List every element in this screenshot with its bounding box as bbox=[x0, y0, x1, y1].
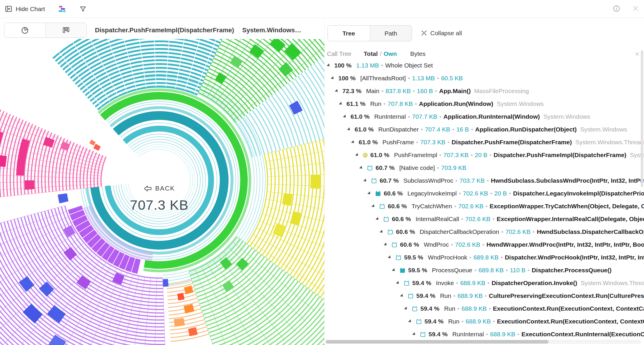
bars-view-button[interactable] bbox=[45, 23, 87, 38]
hide-chart-button[interactable]: Hide Chart bbox=[5, 5, 45, 13]
row-separator: • bbox=[493, 216, 495, 223]
row-method: HwndWrapper.WndProc(IntPtr, Int32, IntPt… bbox=[486, 241, 644, 248]
tree-row[interactable]: 60.7 %[Native code]•703.9 KB bbox=[325, 161, 644, 174]
tree-row[interactable]: 100 %1.13 MB•Whole Object Set bbox=[325, 59, 644, 72]
row-percent: 61.0 % bbox=[355, 126, 374, 133]
row-name: [Native code] bbox=[399, 164, 435, 171]
expand-arrow[interactable] bbox=[408, 319, 412, 323]
row-separator: • bbox=[456, 280, 458, 287]
row-size: 688.9 KB bbox=[466, 318, 491, 325]
row-percent: 100 % bbox=[338, 75, 356, 82]
expand-arrow[interactable] bbox=[392, 268, 396, 272]
tree-row[interactable]: 61.1 %Run•707.8 KB•Application.Run(Windo… bbox=[325, 97, 644, 110]
tab-path[interactable]: Path bbox=[370, 26, 412, 41]
row-separator: • bbox=[381, 62, 383, 69]
expand-arrow[interactable] bbox=[384, 243, 388, 247]
tree-row[interactable]: 60.6 %TryCatchWhen•702.6 KB•ExceptionWra… bbox=[325, 200, 644, 213]
back-button[interactable]: BACK bbox=[144, 185, 175, 192]
expand-arrow[interactable] bbox=[335, 89, 339, 93]
row-namespace: System.Windows bbox=[497, 100, 544, 107]
expand-arrow[interactable] bbox=[347, 127, 351, 131]
sunburst-view-button[interactable] bbox=[4, 23, 45, 38]
tree-row[interactable]: 60.6 %InternalRealCall•702.6 KB•Exceptio… bbox=[325, 213, 644, 225]
row-size: 837.8 KB bbox=[385, 88, 411, 95]
filter-icon[interactable] bbox=[79, 5, 87, 13]
expand-arrow[interactable] bbox=[404, 307, 408, 311]
row-method: HwndSubclass.DispatcherCallbackOperation… bbox=[537, 228, 644, 235]
row-separator: • bbox=[493, 318, 495, 325]
tree-row[interactable]: 72.3 %Main•837.8 KB•160 B•App.Main()Mass… bbox=[325, 85, 644, 97]
tree-row[interactable]: 59.4 %Run•688.9 KB•ExecutionContext.Run(… bbox=[325, 302, 644, 315]
tree-row[interactable]: 59.4 %Invoke•688.9 KB•DispatcherOperatio… bbox=[325, 277, 644, 289]
expand-arrow[interactable] bbox=[351, 140, 355, 144]
tree-row[interactable]: 59.4 %Run•688.9 KB•CulturePreservingExec… bbox=[325, 289, 644, 302]
chart-title: Dispatcher.PushFrameImpl(DispatcherFrame… bbox=[95, 26, 301, 34]
tree-row[interactable]: 60.6 %LegacyInvokeImpl•702.6 KB•20 B•Dis… bbox=[325, 187, 644, 200]
row-percent: 60.6 % bbox=[400, 241, 419, 248]
expand-arrow[interactable] bbox=[400, 294, 404, 298]
row-name: Main bbox=[366, 88, 379, 95]
column-own[interactable]: Own bbox=[383, 50, 397, 57]
tree-row[interactable]: 60.7 %SubclassWndProc•703.7 KB•HwndSubcl… bbox=[325, 174, 644, 187]
row-separator: • bbox=[451, 241, 453, 248]
tree-row[interactable]: 61.0 %PushFrameImpl•707.3 KB•20 B•Dispat… bbox=[325, 149, 644, 161]
horizontal-scrollbar[interactable] bbox=[325, 340, 641, 344]
column-total[interactable]: Total bbox=[364, 50, 378, 57]
expand-arrow[interactable] bbox=[343, 115, 347, 119]
row-separator: • bbox=[489, 305, 491, 312]
row-separator: • bbox=[453, 292, 455, 299]
expand-arrow[interactable] bbox=[412, 332, 416, 336]
row-separator: • bbox=[501, 254, 503, 261]
expand-arrow[interactable] bbox=[355, 153, 359, 157]
tree-row[interactable]: 59.4 %RunInternal•688.9 KB•ExecutionCont… bbox=[325, 328, 644, 339]
vertical-scrollbar-thumb[interactable] bbox=[641, 50, 643, 187]
tree-row[interactable]: 100 %[AllThreadsRoot]•1.13 MB•60.5 KB bbox=[325, 72, 644, 85]
row-method: HwndSubclass.SubclassWndProc(IntPtr, Int… bbox=[491, 177, 644, 184]
row-name: RunInternal bbox=[452, 331, 484, 338]
row-method: CulturePreservingExecutionContext.Run(Cu… bbox=[489, 292, 644, 299]
expand-arrow[interactable] bbox=[359, 166, 363, 170]
expand-arrow[interactable] bbox=[327, 63, 331, 67]
expand-arrow[interactable] bbox=[339, 102, 343, 106]
expand-arrow[interactable] bbox=[371, 204, 376, 208]
info-icon[interactable] bbox=[613, 5, 620, 13]
row-method: ExceptionWrapper.InternalRealCall(Delega… bbox=[497, 216, 644, 223]
tab-tree[interactable]: Tree bbox=[328, 26, 370, 41]
tree-row[interactable]: 59.5 %ProcessQueue•689.8 KB•110 B•Dispat… bbox=[325, 264, 644, 277]
row-name: Run bbox=[440, 292, 451, 299]
horizontal-scrollbar-thumb[interactable] bbox=[326, 340, 549, 344]
tree-row[interactable]: 61.0 %PushFrame•707.3 KB•Dispatcher.Push… bbox=[325, 136, 644, 149]
row-namespace: System.Windows.Threading bbox=[581, 280, 644, 287]
row-percent: 59.4 % bbox=[424, 318, 443, 325]
method-icon bbox=[367, 165, 373, 171]
tree-row[interactable]: 61.0 %RunDispatcher•707.4 KB•16 B•Applic… bbox=[325, 123, 644, 136]
column-call-tree: Call Tree bbox=[327, 50, 351, 57]
tree-row[interactable]: 59.4 %Run•688.9 KB•ExecutionContext.Run(… bbox=[325, 315, 644, 328]
collapse-all-button[interactable]: Collapse all bbox=[421, 25, 462, 41]
close-icon[interactable] bbox=[632, 5, 639, 13]
row-namespace: MassFileProcessing bbox=[474, 88, 529, 95]
collapse-all-icon bbox=[421, 30, 427, 36]
column-bytes[interactable]: Bytes bbox=[410, 50, 426, 57]
tree-row[interactable]: 60.6 %WndProc•702.6 KB•HwndWrapper.WndPr… bbox=[325, 238, 644, 251]
row-size: 16 B bbox=[456, 126, 469, 133]
tree-row[interactable]: 60.6 %DispatcherCallbackOperation•702.6 … bbox=[325, 225, 644, 238]
row-separator: • bbox=[415, 100, 417, 107]
method-icon bbox=[412, 306, 418, 312]
expand-arrow[interactable] bbox=[331, 76, 335, 80]
row-separator: • bbox=[474, 267, 476, 274]
row-percent: 61.0 % bbox=[359, 139, 378, 146]
expand-arrow[interactable] bbox=[396, 281, 400, 285]
row-size: 688.9 KB bbox=[460, 280, 485, 287]
expand-arrow[interactable] bbox=[363, 179, 367, 183]
memory-view-icon[interactable] bbox=[58, 5, 66, 13]
expand-arrow[interactable] bbox=[388, 255, 392, 259]
chart-panel: Dispatcher.PushFrameImpl(DispatcherFrame… bbox=[0, 18, 324, 345]
tree-row[interactable]: 61.0 %RunInternal•707.7 KB•Application.R… bbox=[325, 110, 644, 123]
tree-row[interactable]: 59.5 %WndProcHook•689.8 KB•Dispatcher.Wn… bbox=[325, 251, 644, 264]
expand-arrow[interactable] bbox=[367, 191, 371, 195]
close-tree-header-icon[interactable] bbox=[634, 51, 640, 57]
expand-arrow[interactable] bbox=[376, 217, 380, 221]
expand-arrow[interactable] bbox=[380, 230, 384, 234]
row-name: DispatcherCallbackOperation bbox=[420, 228, 499, 235]
